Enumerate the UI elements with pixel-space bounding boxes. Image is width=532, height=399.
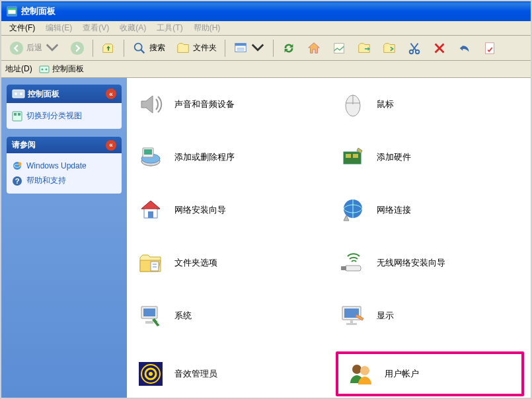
cpl-sound[interactable]: 声音和音频设备 [133,87,323,122]
globe-icon [12,161,22,171]
cpl-netconn[interactable]: 网络连接 [336,193,525,227]
cpl-label: 声音和音频设备 [174,98,235,110]
dropdown-icon [250,41,265,55]
separator [273,40,274,57]
nethouse-icon [136,196,165,225]
panel-head[interactable]: 请参阅 « [7,137,122,153]
menu-tools[interactable]: 工具(T) [151,21,188,35]
svg-rect-38 [148,211,153,218]
link-categoryview[interactable]: 切换到分类视图 [12,108,116,124]
cpl-label: 音效管理员 [174,368,217,380]
cpl-display[interactable]: 显示 [336,299,525,333]
menu-edit[interactable]: 编辑(E) [40,21,77,35]
panel-controlpanel: 控制面板 « 切换到分类视图 [7,85,122,129]
window-icon [7,6,17,17]
menubar: 文件(F) 编辑(E) 查看(V) 收藏(A) 工具(T) 帮助(H) [1,21,531,36]
svg-rect-13 [486,42,494,54]
link-help[interactable]: ? 帮助和支持 [12,173,116,188]
search-label: 搜索 [149,42,165,54]
applet-grid: 声音和音频设备 鼠标 添加或删除程序 添加硬件 网络安装向导 网络连接 [133,87,524,398]
cpl-addremove[interactable]: 添加或删除程序 [133,140,323,174]
cpl-label: 文件夹选项 [174,257,217,269]
collapse-icon[interactable]: « [106,89,116,99]
properties-button[interactable] [478,39,501,57]
panel-title: 控制面板 [28,89,59,100]
cpl-folderopts[interactable]: 文件夹选项 [133,246,323,280]
hardware-icon [338,143,367,172]
folders-button[interactable]: 文件夹 [172,39,221,57]
link-label: Windows Update [26,161,87,170]
svg-point-55 [149,372,153,376]
svg-rect-50 [350,320,353,323]
back-label: 后退 [26,42,42,54]
audio-icon [136,359,165,388]
cpl-wifi[interactable]: 无线网络安装向导 [336,246,525,280]
display-icon [338,301,367,330]
link-label: 帮助和支持 [26,175,66,186]
svg-point-56 [352,365,361,374]
up-button[interactable] [97,39,120,57]
svg-point-15 [41,68,43,70]
wifi-icon [338,248,367,277]
cpl-label: 用户帐户 [385,368,419,380]
speaker-icon [136,90,165,119]
svg-rect-36 [346,154,351,158]
folder-icon [136,248,165,277]
panel-seealso: 请参阅 « Windows Update ? 帮助和支持 [7,137,122,194]
main-panel: 声音和音频设备 鼠标 添加或删除程序 添加硬件 网络安装向导 网络连接 [127,78,531,398]
cpl-users[interactable]: 用户帐户 [336,351,525,396]
cpl-label: 添加硬件 [377,151,411,163]
globe-icon [338,196,367,225]
svg-point-2 [10,41,23,54]
cut-button[interactable] [403,39,426,57]
svg-rect-51 [346,323,357,325]
addressbar: 地址(D) 控制面板 [1,61,531,78]
svg-point-3 [71,41,84,54]
address-field[interactable]: 控制面板 [36,63,87,75]
copy-button[interactable] [378,39,400,57]
undo-button[interactable] [453,39,476,57]
link-windowsupdate[interactable]: Windows Update [12,159,116,173]
mouse-icon [338,90,367,119]
delete-button[interactable] [428,39,451,57]
home-button[interactable] [303,39,325,57]
cpl-audiomgr[interactable]: 音效管理员 [133,351,323,396]
cpl-mouse[interactable]: 鼠标 [336,87,525,122]
menu-file[interactable]: 文件(F) [4,21,40,35]
users-icon [346,359,375,388]
svg-rect-40 [151,262,159,271]
views-button[interactable] [229,39,269,57]
collapse-icon[interactable]: « [106,140,116,151]
svg-rect-7 [235,43,247,46]
move-button[interactable] [353,39,375,57]
cpl-label: 系统 [174,310,192,322]
titlebar: 控制面板 [1,1,531,21]
svg-point-24 [19,163,22,166]
svg-rect-46 [143,308,155,316]
switch-icon [12,111,22,122]
svg-line-5 [141,49,145,53]
panel-head[interactable]: 控制面板 « [7,85,122,103]
cpl-label: 显示 [377,310,394,322]
sync-button[interactable] [278,39,300,57]
content: 控制面板 « 切换到分类视图 请参阅 « Windows Update [1,78,531,398]
svg-point-19 [20,92,22,95]
separator [93,40,93,57]
svg-point-18 [15,92,17,95]
window-title: 控制面板 [21,5,56,17]
svg-rect-14 [40,66,49,73]
cpl-addhw[interactable]: 添加硬件 [336,140,525,174]
panel-title: 请参阅 [12,139,36,151]
cpl-netsetup[interactable]: 网络安装向导 [133,193,323,227]
menu-help[interactable]: 帮助(H) [188,21,226,35]
toolbar: 后退 搜索 文件夹 [1,36,531,61]
svg-rect-22 [18,113,20,116]
menu-favorites[interactable]: 收藏(A) [114,21,151,35]
menu-view[interactable]: 查看(V) [77,21,114,35]
svg-rect-34 [144,149,152,155]
map-button[interactable] [328,39,350,57]
search-button[interactable]: 搜索 [128,39,169,57]
separator [124,40,124,57]
cpl-system[interactable]: 系统 [133,299,323,333]
folders-label: 文件夹 [193,42,217,54]
